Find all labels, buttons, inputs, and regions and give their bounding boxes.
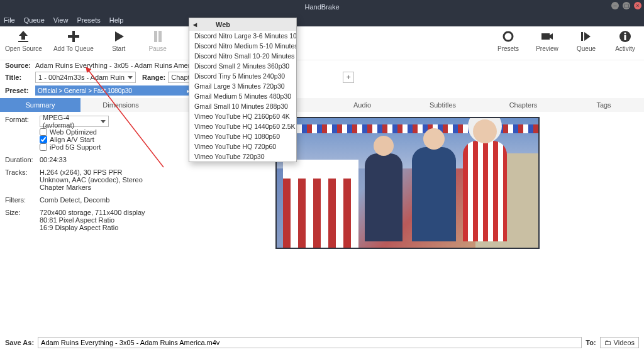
menubar: File Queue View Presets Help — [0, 14, 644, 26]
pause-label: Pause — [149, 45, 167, 52]
duration-label: Duration: — [5, 156, 40, 163]
tab-subtitles[interactable]: Subtitles — [402, 98, 483, 112]
popup-item[interactable]: Discord Nitro Large 3-6 Minutes 1080p30 — [189, 31, 296, 41]
activity-button[interactable]: Activity — [611, 29, 639, 52]
popup-item[interactable]: Gmail Large 3 Minutes 720p30 — [189, 81, 296, 91]
start-button[interactable]: Start — [105, 29, 133, 52]
play-icon — [111, 29, 126, 44]
format-select[interactable]: MPEG-4 (avformat) — [40, 116, 109, 127]
tracks-line-2: Unknown, AAC (avcodec), Stereo — [40, 176, 257, 184]
size-line-1: 720x400 storage, 711x400 display — [40, 209, 257, 216]
preview-label: Preview — [536, 45, 558, 52]
toolbar: Open Source Add To Queue Start Pause Pre… — [0, 26, 644, 60]
queue-label: Queue — [577, 45, 596, 52]
popup-item[interactable]: Gmail Small 10 Minutes 288p30 — [189, 101, 296, 111]
title-row: Title: 1 - 00h24m33s - Adam Ruins Everyt… — [0, 70, 644, 84]
popup-item[interactable]: Discord Tiny 5 Minutes 240p30 — [189, 71, 296, 81]
pause-button[interactable]: Pause — [144, 29, 172, 52]
bottom-bar: Save As: To: 🗀 Videos — [0, 337, 644, 348]
pause-icon — [150, 29, 165, 44]
title-select[interactable]: 1 - 00h24m33s - Adam Ruins Everythi… — [35, 72, 136, 83]
popup-item[interactable]: Discord Small 2 Minutes 360p30 — [189, 61, 296, 71]
start-label: Start — [112, 45, 125, 52]
open-source-button[interactable]: Open Source — [5, 29, 42, 52]
tab-audio[interactable]: Audio — [322, 98, 402, 112]
tracks-line-1: H.264 (x264), 30 FPS PFR — [40, 168, 257, 176]
add-to-queue-button[interactable]: Add To Queue — [53, 29, 94, 52]
add-to-queue-label: Add To Queue — [53, 45, 94, 52]
tabs: Summary Dimensions Audio Subtitles Chapt… — [0, 98, 644, 112]
align-av-label: Align A/V Start — [50, 136, 94, 143]
menu-view[interactable]: View — [53, 16, 69, 24]
popup-item[interactable]: Vimeo YouTube 720p30 — [189, 151, 296, 162]
svg-point-4 — [507, 35, 510, 38]
source-row: Source: Adam Ruins Everything - 3x05 - A… — [0, 60, 644, 70]
popup-title: Web — [216, 21, 230, 28]
queue-icon — [579, 29, 594, 44]
popup-item[interactable]: Discord Nitro Medium 5-10 Minutes 720p30 — [189, 41, 296, 51]
tab-chapters[interactable]: Chapters — [483, 98, 564, 112]
maximize-button[interactable]: ▢ — [623, 2, 630, 9]
saveas-label: Save As: — [5, 339, 34, 346]
menu-queue[interactable]: Queue — [24, 16, 45, 24]
svg-rect-8 — [625, 35, 626, 40]
tracks-value: H.264 (x264), 30 FPS PFRUnknown, AAC (av… — [40, 168, 257, 191]
preview-button[interactable]: Preview — [533, 29, 561, 52]
tracks-label: Tracks: — [5, 168, 40, 191]
chevron-down-icon — [101, 120, 106, 123]
popup-item[interactable]: Vimeo YouTube HQ 2160p60 4K — [189, 111, 296, 121]
popup-item[interactable]: Vimeo YouTube HQ 1440p60 2.5K — [189, 121, 296, 131]
menu-file[interactable]: File — [4, 16, 15, 24]
popup-header[interactable]: ◂ Web — [189, 18, 296, 31]
to-value: Videos — [614, 339, 635, 346]
web-optimized-input[interactable] — [40, 128, 47, 136]
popup-item[interactable]: Discord Nitro Small 10-20 Minutes 480p30 — [189, 51, 296, 61]
svg-rect-2 — [68, 35, 79, 38]
gear-icon — [501, 29, 516, 44]
svg-point-9 — [624, 32, 626, 34]
range-label: Range: — [142, 74, 165, 81]
activity-label: Activity — [615, 45, 635, 52]
menu-help[interactable]: Help — [109, 16, 124, 24]
info-icon — [618, 29, 633, 44]
window-controls: – ▢ × — [611, 2, 641, 9]
queue-button[interactable]: Queue — [572, 29, 600, 52]
plus-icon — [66, 29, 81, 44]
open-source-label: Open Source — [5, 45, 42, 52]
preset-popup[interactable]: ◂ Web Discord Nitro Large 3-6 Minutes 10… — [189, 18, 297, 162]
close-button[interactable]: × — [634, 2, 641, 9]
preset-value: Official > General > Fast 1080p30 — [38, 87, 132, 94]
svg-rect-5 — [541, 33, 550, 40]
size-line-3: 16:9 Display Aspect Ratio — [40, 224, 257, 231]
presets-button[interactable]: Presets — [494, 29, 522, 52]
tab-summary[interactable]: Summary — [0, 98, 80, 112]
saveas-input[interactable] — [38, 337, 582, 348]
window-title: HandBrake — [304, 3, 339, 11]
to-button[interactable]: 🗀 Videos — [600, 337, 639, 348]
folder-icon: 🗀 — [604, 339, 611, 346]
tracks-line-3: Chapter Markers — [40, 184, 257, 191]
back-icon[interactable]: ◂ — [193, 20, 197, 29]
minimize-button[interactable]: – — [611, 2, 619, 9]
popup-item[interactable]: Vimeo YouTube HQ 1080p60 — [189, 131, 296, 141]
title-select-value: 1 - 00h24m33s - Adam Ruins Everythi… — [38, 74, 125, 81]
format-value: MPEG-4 (avformat) — [43, 114, 98, 129]
video-preview — [275, 117, 540, 249]
size-line-2: 80:81 Pixel Aspect Ratio — [40, 216, 257, 224]
preset-select[interactable]: Official > General > Fast 1080p30 ▸ — [35, 85, 192, 96]
tab-dimensions[interactable]: Dimensions — [80, 98, 161, 112]
popup-item[interactable]: Vimeo YouTube HQ 720p60 — [189, 141, 296, 151]
presets-label: Presets — [497, 45, 519, 52]
ipod-input[interactable] — [40, 143, 47, 151]
add-preset-button[interactable]: + — [343, 72, 354, 83]
popup-item[interactable]: Gmail Medium 5 Minutes 480p30 — [189, 91, 296, 101]
menu-presets[interactable]: Presets — [77, 16, 100, 24]
align-av-input[interactable] — [40, 136, 47, 143]
upload-icon — [16, 29, 31, 44]
ipod-label: iPod 5G Support — [50, 143, 101, 151]
title-label: Title: — [5, 74, 33, 81]
camera-icon — [540, 29, 555, 44]
titlebar: HandBrake – ▢ × — [0, 0, 644, 14]
size-value: 720x400 storage, 711x400 display80:81 Pi… — [40, 209, 257, 231]
tab-tags[interactable]: Tags — [564, 98, 644, 112]
